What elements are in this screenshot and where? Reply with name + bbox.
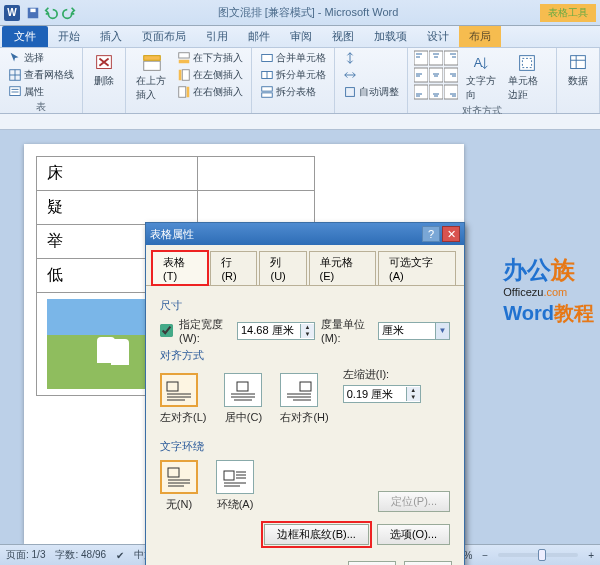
col-width-icon bbox=[343, 68, 357, 82]
merge-cells-button[interactable]: 合并单元格 bbox=[258, 50, 328, 66]
redo-icon[interactable] bbox=[62, 6, 76, 20]
width-spinner[interactable]: ▲▼ bbox=[237, 322, 315, 340]
spin-down-icon[interactable]: ▼ bbox=[301, 331, 314, 338]
dlg-tab-alttext[interactable]: 可选文字(A) bbox=[378, 251, 456, 285]
tab-view[interactable]: 视图 bbox=[322, 26, 364, 47]
zoom-slider[interactable] bbox=[498, 553, 578, 557]
contextual-tab-label: 表格工具 bbox=[540, 4, 596, 22]
insert-left-button[interactable]: 在左侧插入 bbox=[175, 67, 245, 83]
cell[interactable]: 疑 bbox=[37, 191, 198, 225]
svg-rect-6 bbox=[143, 56, 160, 61]
text-direction-button[interactable]: A文字方向 bbox=[462, 50, 500, 104]
width-spinner[interactable] bbox=[341, 67, 401, 83]
horizontal-ruler[interactable] bbox=[0, 114, 600, 130]
save-icon[interactable] bbox=[26, 6, 40, 20]
cell-margins-button[interactable]: 单元格边距 bbox=[504, 50, 550, 104]
wrap-around-option[interactable] bbox=[216, 460, 254, 494]
logo-word: Word bbox=[503, 302, 554, 324]
options-button[interactable]: 选项(O)... bbox=[377, 524, 450, 545]
align-ml-icon[interactable] bbox=[414, 67, 428, 83]
cell[interactable]: 床 bbox=[37, 157, 198, 191]
size-section-label: 尺寸 bbox=[160, 298, 450, 313]
width-input[interactable] bbox=[238, 325, 300, 337]
delete-label: 删除 bbox=[94, 74, 114, 88]
svg-rect-15 bbox=[262, 87, 273, 91]
tab-mailings[interactable]: 邮件 bbox=[238, 26, 280, 47]
svg-rect-3 bbox=[10, 87, 21, 96]
align-bc-icon[interactable] bbox=[429, 84, 443, 100]
wrap-none-option[interactable] bbox=[160, 460, 198, 494]
align-left-option[interactable] bbox=[160, 373, 198, 407]
align-center-option[interactable] bbox=[224, 373, 262, 407]
properties-button[interactable]: 属性 bbox=[6, 84, 76, 100]
align-tc-icon[interactable] bbox=[429, 50, 443, 66]
unit-input[interactable] bbox=[379, 325, 435, 337]
tab-design[interactable]: 设计 bbox=[417, 26, 459, 47]
tab-review[interactable]: 审阅 bbox=[280, 26, 322, 47]
cell-margins-icon bbox=[516, 52, 538, 74]
tab-references[interactable]: 引用 bbox=[196, 26, 238, 47]
align-bl-icon[interactable] bbox=[414, 84, 428, 100]
tab-insert[interactable]: 插入 bbox=[90, 26, 132, 47]
autofit-button[interactable]: 自动调整 bbox=[341, 84, 401, 100]
zoom-out-button[interactable]: − bbox=[482, 550, 488, 561]
dlg-tab-row[interactable]: 行(R) bbox=[210, 251, 257, 285]
ok-button[interactable]: 确定 bbox=[348, 561, 396, 565]
split-table-button[interactable]: 拆分表格 bbox=[258, 84, 328, 100]
preferred-width-label: 指定宽度(W): bbox=[179, 317, 231, 344]
cancel-button[interactable]: 取消 bbox=[404, 561, 452, 565]
unit-combo[interactable]: ▼ bbox=[378, 322, 450, 340]
tab-addins[interactable]: 加载项 bbox=[364, 26, 417, 47]
align-mc-icon[interactable] bbox=[429, 67, 443, 83]
insert-below-button[interactable]: 在下方插入 bbox=[175, 50, 245, 66]
chevron-down-icon[interactable]: ▼ bbox=[435, 323, 449, 339]
align-mr-icon[interactable] bbox=[444, 67, 458, 83]
delete-button[interactable]: 删除 bbox=[89, 50, 119, 90]
ribbon: 选择 查看网格线 属性 表 删除 在上方插入 在下方插入 在左侧插入 在右侧插入… bbox=[0, 48, 600, 114]
spin-up-icon[interactable]: ▲ bbox=[407, 387, 420, 394]
group-data: 数据 bbox=[557, 48, 600, 113]
status-page[interactable]: 页面: 1/3 bbox=[6, 548, 45, 562]
group-table: 选择 查看网格线 属性 表 bbox=[0, 48, 83, 113]
undo-icon[interactable] bbox=[44, 6, 58, 20]
align-br-icon[interactable] bbox=[444, 84, 458, 100]
help-button[interactable]: ? bbox=[422, 226, 440, 242]
group-delete: 删除 bbox=[83, 48, 126, 113]
dlg-tab-table[interactable]: 表格(T) bbox=[152, 251, 208, 285]
select-button[interactable]: 选择 bbox=[6, 50, 76, 66]
height-spinner[interactable] bbox=[341, 50, 401, 66]
view-gridlines-button[interactable]: 查看网格线 bbox=[6, 67, 76, 83]
spin-down-icon[interactable]: ▼ bbox=[407, 394, 420, 401]
align-right-option[interactable] bbox=[280, 373, 318, 407]
status-words[interactable]: 字数: 48/96 bbox=[55, 548, 106, 562]
align-tl-icon[interactable] bbox=[414, 50, 428, 66]
split-cells-button[interactable]: 拆分单元格 bbox=[258, 67, 328, 83]
spin-up-icon[interactable]: ▲ bbox=[301, 324, 314, 331]
insert-right-icon bbox=[177, 85, 191, 99]
dlg-tab-cell[interactable]: 单元格(E) bbox=[309, 251, 376, 285]
file-tab[interactable]: 文件 bbox=[2, 26, 48, 47]
borders-shading-button[interactable]: 边框和底纹(B)... bbox=[264, 524, 369, 545]
svg-rect-8 bbox=[179, 60, 190, 64]
svg-rect-35 bbox=[224, 471, 234, 480]
zoom-in-button[interactable]: + bbox=[588, 550, 594, 561]
wrap-options: 无(N) 环绕(A) 定位(P)... bbox=[160, 460, 450, 512]
gridlines-label: 查看网格线 bbox=[24, 68, 74, 82]
data-button[interactable]: 数据 bbox=[563, 50, 593, 90]
dialog-titlebar[interactable]: 表格属性 ? ✕ bbox=[146, 223, 464, 245]
group-insert-rows: 在上方插入 在下方插入 在左侧插入 在右侧插入 bbox=[126, 48, 252, 113]
svg-rect-31 bbox=[167, 382, 178, 391]
tab-home[interactable]: 开始 bbox=[48, 26, 90, 47]
tab-layout[interactable]: 布局 bbox=[459, 26, 501, 47]
indent-input[interactable] bbox=[344, 388, 406, 400]
insert-above-button[interactable]: 在上方插入 bbox=[132, 50, 171, 104]
indent-spinner[interactable]: ▲▼ bbox=[343, 385, 421, 403]
tab-pagelayout[interactable]: 页面布局 bbox=[132, 26, 196, 47]
preferred-width-checkbox[interactable] bbox=[160, 324, 173, 337]
close-button[interactable]: ✕ bbox=[442, 226, 460, 242]
status-spellcheck-icon[interactable]: ✔ bbox=[116, 550, 124, 561]
zoom-slider-thumb[interactable] bbox=[538, 549, 546, 561]
insert-right-button[interactable]: 在右侧插入 bbox=[175, 84, 245, 100]
dlg-tab-column[interactable]: 列(U) bbox=[259, 251, 306, 285]
align-tr-icon[interactable] bbox=[444, 50, 458, 66]
